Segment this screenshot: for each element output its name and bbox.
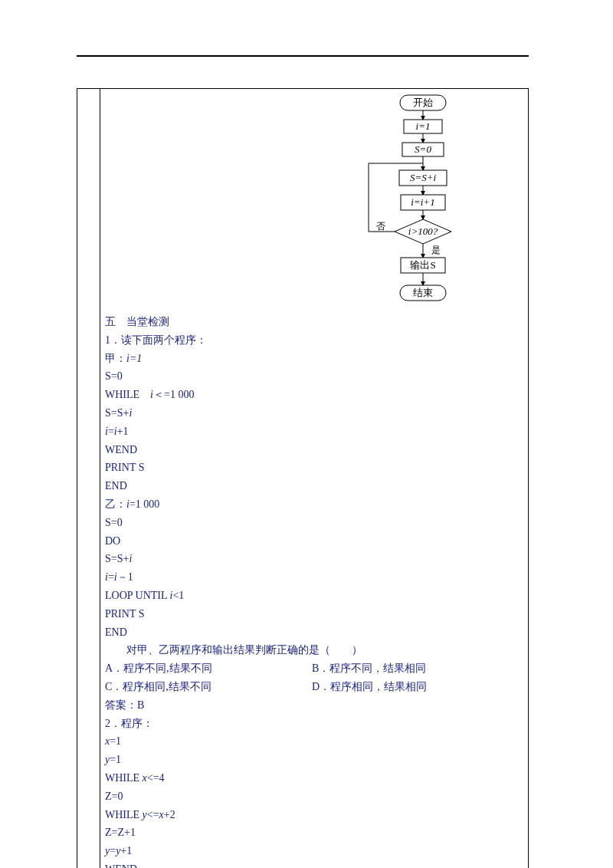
q2-5: Z=Z+1 (105, 824, 523, 842)
text-content: 五 当堂检测 1．读下面两个程序： 甲：i=1 S=0 WHILE i＜=1 0… (105, 313, 523, 868)
yi-5: LOOP UNTIL i<1 (105, 587, 523, 605)
jia-6: PRINT S (105, 459, 523, 477)
jia-4: i=i+1 (105, 422, 523, 441)
jia-1: S=0 (105, 367, 523, 386)
option-row-1: A．程序不同,结果不同 B．程序不同，结果相同 (105, 659, 523, 678)
fc-out: 输出S (410, 259, 435, 271)
yi-2: DO (105, 532, 523, 551)
flowchart-diagram: 开始 i=1 S=0 S=S+i i=i+1 (335, 94, 488, 308)
option-b: B．程序不同，结果相同 (312, 659, 523, 678)
jia-2: WHILE i＜=1 000 (105, 386, 523, 404)
option-c: C．程序相同,结果不同 (105, 678, 312, 696)
q2-intro: 2．程序： (105, 715, 523, 733)
fc-yes: 是 (431, 245, 441, 255)
jia-5: WEND (105, 441, 523, 459)
yi-1: S=0 (105, 514, 523, 532)
fc-no: 否 (376, 221, 385, 232)
q2-7: WEND (105, 860, 523, 868)
jia-7: END (105, 477, 523, 495)
q2-4: WHILE y<=x+2 (105, 806, 523, 824)
q2-0: x=1 (105, 732, 523, 751)
document-frame: 开始 i=1 S=0 S=S+i i=i+1 (77, 88, 529, 868)
fc-s3: S=S+i (410, 172, 437, 183)
margin-column (77, 89, 100, 868)
q2-6: y=y+1 (105, 842, 523, 860)
q2-2: WHILE x<=4 (105, 769, 523, 787)
header-rule (77, 55, 529, 57)
fc-s1: i=1 (416, 120, 431, 132)
jia-label: 甲：i=1 (105, 350, 523, 368)
fc-s2: S=0 (415, 143, 431, 155)
option-d: D．程序相同，结果相同 (312, 678, 523, 696)
q2-3: Z=0 (105, 787, 523, 806)
yi-6: PRINT S (105, 605, 523, 623)
fc-start: 开始 (413, 97, 433, 108)
option-a: A．程序不同,结果不同 (105, 659, 312, 678)
yi-3: S=S+i (105, 550, 523, 568)
option-row-2: C．程序相同,结果不同 D．程序相同，结果相同 (105, 678, 523, 696)
answer-1: 答案：B (105, 696, 523, 715)
fc-end: 结束 (413, 287, 433, 298)
yi-4: i=i－1 (105, 568, 523, 587)
q1-question: 对甲、乙两程序和输出结果判断正确的是（ ） (105, 641, 523, 659)
q2-1: y=1 (105, 751, 523, 769)
jia-3: S=S+i (105, 404, 523, 422)
fc-dec: i>100? (408, 225, 438, 237)
q1-intro: 1．读下面两个程序： (105, 331, 523, 350)
yi-7: END (105, 623, 523, 642)
content-column: 开始 i=1 S=0 S=S+i i=i+1 (100, 89, 528, 868)
yi-label: 乙：i=1 000 (105, 495, 523, 514)
section-title: 五 当堂检测 (105, 313, 523, 331)
fc-s4: i=i+1 (411, 196, 434, 208)
